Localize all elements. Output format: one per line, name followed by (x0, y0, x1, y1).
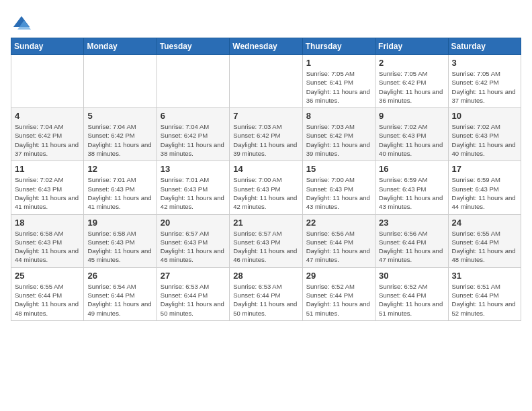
calendar-week-row: 11Sunrise: 7:02 AMSunset: 6:43 PMDayligh… (11, 161, 521, 214)
calendar-week-row: 1Sunrise: 7:05 AMSunset: 6:41 PMDaylight… (11, 55, 521, 108)
day-number: 4 (15, 111, 80, 121)
day-number: 15 (306, 164, 371, 174)
calendar-cell: 3Sunrise: 7:05 AMSunset: 6:42 PMDaylight… (448, 55, 521, 108)
calendar-header-row: SundayMondayTuesdayWednesdayThursdayFrid… (11, 38, 521, 55)
calendar-table: SundayMondayTuesdayWednesdayThursdayFrid… (11, 38, 521, 321)
day-number: 31 (452, 271, 517, 281)
calendar-header-sunday: Sunday (11, 38, 84, 55)
day-info: Sunrise: 6:51 AMSunset: 6:44 PMDaylight:… (452, 282, 517, 318)
calendar-cell: 22Sunrise: 6:56 AMSunset: 6:44 PMDayligh… (302, 214, 375, 267)
day-info: Sunrise: 7:05 AMSunset: 6:41 PMDaylight:… (306, 69, 371, 105)
day-number: 21 (233, 218, 298, 228)
day-info: Sunrise: 7:02 AMSunset: 6:43 PMDaylight:… (15, 175, 80, 211)
calendar-cell: 14Sunrise: 7:00 AMSunset: 6:43 PMDayligh… (230, 161, 302, 214)
calendar-header-tuesday: Tuesday (157, 38, 229, 55)
calendar-cell: 16Sunrise: 6:59 AMSunset: 6:43 PMDayligh… (375, 161, 448, 214)
day-number: 28 (233, 271, 298, 281)
calendar-cell: 31Sunrise: 6:51 AMSunset: 6:44 PMDayligh… (448, 267, 521, 320)
calendar-cell (157, 55, 229, 108)
day-info: Sunrise: 7:02 AMSunset: 6:43 PMDaylight:… (379, 122, 444, 158)
day-number: 20 (161, 218, 226, 228)
day-info: Sunrise: 7:00 AMSunset: 6:43 PMDaylight:… (306, 175, 371, 211)
day-info: Sunrise: 7:05 AMSunset: 6:42 PMDaylight:… (452, 69, 517, 105)
calendar-week-row: 18Sunrise: 6:58 AMSunset: 6:43 PMDayligh… (11, 214, 521, 267)
day-info: Sunrise: 7:04 AMSunset: 6:42 PMDaylight:… (15, 122, 80, 158)
calendar-cell: 10Sunrise: 7:02 AMSunset: 6:43 PMDayligh… (448, 108, 521, 161)
calendar-cell: 20Sunrise: 6:57 AMSunset: 6:43 PMDayligh… (157, 214, 229, 267)
calendar-cell: 11Sunrise: 7:02 AMSunset: 6:43 PMDayligh… (11, 161, 84, 214)
day-number: 22 (306, 218, 371, 228)
calendar-cell: 23Sunrise: 6:56 AMSunset: 6:44 PMDayligh… (375, 214, 448, 267)
calendar-header-monday: Monday (84, 38, 157, 55)
day-info: Sunrise: 6:58 AMSunset: 6:43 PMDaylight:… (87, 229, 152, 265)
day-info: Sunrise: 6:52 AMSunset: 6:44 PMDaylight:… (379, 282, 444, 318)
day-number: 5 (87, 111, 152, 121)
calendar-cell: 21Sunrise: 6:57 AMSunset: 6:43 PMDayligh… (230, 214, 302, 267)
calendar-week-row: 25Sunrise: 6:55 AMSunset: 6:44 PMDayligh… (11, 267, 521, 320)
day-info: Sunrise: 7:02 AMSunset: 6:43 PMDaylight:… (452, 122, 517, 158)
calendar-header-wednesday: Wednesday (230, 38, 302, 55)
calendar-header-friday: Friday (375, 38, 448, 55)
day-number: 17 (452, 164, 517, 174)
calendar-cell: 6Sunrise: 7:04 AMSunset: 6:42 PMDaylight… (157, 108, 229, 161)
day-number: 1 (306, 58, 371, 68)
page-header (11, 11, 521, 32)
logo (11, 13, 31, 32)
day-info: Sunrise: 6:55 AMSunset: 6:44 PMDaylight:… (452, 229, 517, 265)
calendar-cell (11, 55, 84, 108)
day-info: Sunrise: 6:57 AMSunset: 6:43 PMDaylight:… (233, 229, 298, 265)
day-number: 13 (161, 164, 226, 174)
calendar-cell: 25Sunrise: 6:55 AMSunset: 6:44 PMDayligh… (11, 267, 84, 320)
day-number: 29 (306, 271, 371, 281)
calendar-cell: 18Sunrise: 6:58 AMSunset: 6:43 PMDayligh… (11, 214, 84, 267)
calendar-cell (230, 55, 302, 108)
calendar-cell: 13Sunrise: 7:01 AMSunset: 6:43 PMDayligh… (157, 161, 229, 214)
calendar-cell: 15Sunrise: 7:00 AMSunset: 6:43 PMDayligh… (302, 161, 375, 214)
day-number: 19 (87, 218, 152, 228)
day-info: Sunrise: 7:04 AMSunset: 6:42 PMDaylight:… (87, 122, 152, 158)
calendar-cell: 8Sunrise: 7:03 AMSunset: 6:42 PMDaylight… (302, 108, 375, 161)
calendar-week-row: 4Sunrise: 7:04 AMSunset: 6:42 PMDaylight… (11, 108, 521, 161)
day-number: 18 (15, 218, 80, 228)
day-number: 27 (161, 271, 226, 281)
calendar-cell: 7Sunrise: 7:03 AMSunset: 6:42 PMDaylight… (230, 108, 302, 161)
day-number: 23 (379, 218, 444, 228)
day-info: Sunrise: 7:03 AMSunset: 6:42 PMDaylight:… (233, 122, 298, 158)
calendar-cell: 17Sunrise: 6:59 AMSunset: 6:43 PMDayligh… (448, 161, 521, 214)
day-number: 8 (306, 111, 371, 121)
calendar-cell: 27Sunrise: 6:53 AMSunset: 6:44 PMDayligh… (157, 267, 229, 320)
day-number: 10 (452, 111, 517, 121)
day-info: Sunrise: 7:04 AMSunset: 6:42 PMDaylight:… (161, 122, 226, 158)
day-number: 24 (452, 218, 517, 228)
calendar-cell (84, 55, 157, 108)
calendar-cell: 29Sunrise: 6:52 AMSunset: 6:44 PMDayligh… (302, 267, 375, 320)
day-number: 12 (87, 164, 152, 174)
calendar-cell: 24Sunrise: 6:55 AMSunset: 6:44 PMDayligh… (448, 214, 521, 267)
calendar-cell: 26Sunrise: 6:54 AMSunset: 6:44 PMDayligh… (84, 267, 157, 320)
calendar-cell: 5Sunrise: 7:04 AMSunset: 6:42 PMDaylight… (84, 108, 157, 161)
calendar-header-thursday: Thursday (302, 38, 375, 55)
day-number: 11 (15, 164, 80, 174)
day-number: 7 (233, 111, 298, 121)
day-info: Sunrise: 6:59 AMSunset: 6:43 PMDaylight:… (452, 175, 517, 211)
day-number: 6 (161, 111, 226, 121)
day-info: Sunrise: 6:56 AMSunset: 6:44 PMDaylight:… (306, 229, 371, 265)
calendar-cell: 28Sunrise: 6:53 AMSunset: 6:44 PMDayligh… (230, 267, 302, 320)
calendar-cell: 12Sunrise: 7:01 AMSunset: 6:43 PMDayligh… (84, 161, 157, 214)
day-number: 30 (379, 271, 444, 281)
day-info: Sunrise: 6:52 AMSunset: 6:44 PMDaylight:… (306, 282, 371, 318)
day-info: Sunrise: 6:58 AMSunset: 6:43 PMDaylight:… (15, 229, 80, 265)
calendar-cell: 2Sunrise: 7:05 AMSunset: 6:42 PMDaylight… (375, 55, 448, 108)
calendar-cell: 30Sunrise: 6:52 AMSunset: 6:44 PMDayligh… (375, 267, 448, 320)
calendar-header-saturday: Saturday (448, 38, 521, 55)
day-info: Sunrise: 7:05 AMSunset: 6:42 PMDaylight:… (379, 69, 444, 105)
day-number: 26 (87, 271, 152, 281)
day-info: Sunrise: 6:53 AMSunset: 6:44 PMDaylight:… (161, 282, 226, 318)
day-info: Sunrise: 6:55 AMSunset: 6:44 PMDaylight:… (15, 282, 80, 318)
calendar-cell: 4Sunrise: 7:04 AMSunset: 6:42 PMDaylight… (11, 108, 84, 161)
day-info: Sunrise: 6:54 AMSunset: 6:44 PMDaylight:… (87, 282, 152, 318)
day-info: Sunrise: 7:03 AMSunset: 6:42 PMDaylight:… (306, 122, 371, 158)
calendar-cell: 9Sunrise: 7:02 AMSunset: 6:43 PMDaylight… (375, 108, 448, 161)
calendar-cell: 19Sunrise: 6:58 AMSunset: 6:43 PMDayligh… (84, 214, 157, 267)
day-number: 9 (379, 111, 444, 121)
